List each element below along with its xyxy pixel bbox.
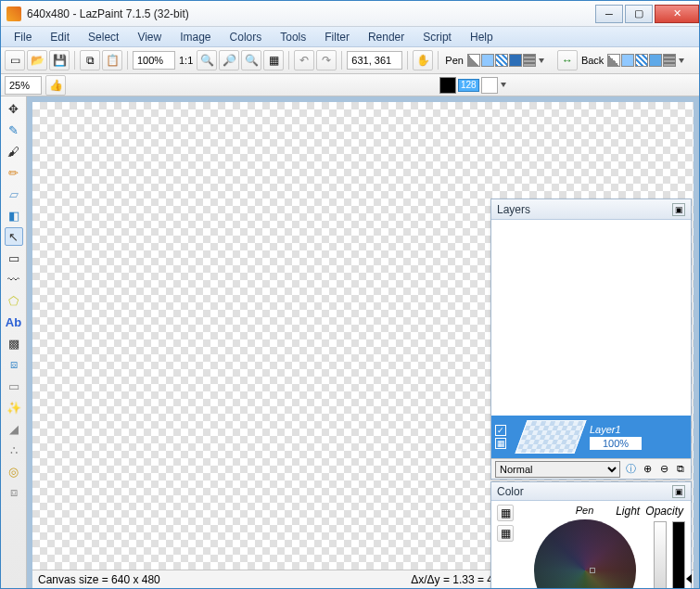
menu-help[interactable]: Help bbox=[463, 29, 501, 45]
zoom-field[interactable]: 100% bbox=[133, 51, 175, 70]
pen-swatch-checker[interactable] bbox=[495, 54, 508, 67]
shape-tool-icon[interactable]: ◎ bbox=[5, 462, 23, 480]
deform-tool-icon[interactable]: ▩ bbox=[5, 334, 23, 352]
menu-colors[interactable]: Colors bbox=[223, 29, 270, 45]
menu-tools[interactable]: Tools bbox=[273, 29, 313, 45]
pen-swatch-light[interactable] bbox=[481, 54, 494, 67]
lightness-slider[interactable] bbox=[654, 521, 667, 588]
back-swatch-checker[interactable] bbox=[635, 54, 648, 67]
zoom2-field[interactable]: 25% bbox=[5, 76, 42, 95]
zoom-tool-button[interactable]: 🔍 bbox=[241, 50, 261, 70]
layers-panel-title: Layers bbox=[497, 203, 530, 216]
layer-thumbnail bbox=[515, 420, 586, 454]
layers-list[interactable]: ✓ ▦ Layer1 100% bbox=[491, 220, 691, 458]
pointer-tool-icon[interactable]: ↖ bbox=[5, 227, 23, 246]
menu-render[interactable]: Render bbox=[361, 29, 412, 45]
menu-image[interactable]: Image bbox=[172, 29, 218, 45]
layer-lock-icon[interactable]: ▦ bbox=[495, 438, 506, 449]
hand-tool-button[interactable]: ✋ bbox=[413, 50, 433, 70]
magic-wand-tool-icon[interactable]: ✨ bbox=[5, 398, 23, 416]
move-tool-icon[interactable]: ✥ bbox=[5, 99, 23, 118]
save-button[interactable]: 💾 bbox=[49, 50, 70, 70]
layers-panel-close-icon[interactable]: ▣ bbox=[672, 203, 685, 216]
menu-file[interactable]: File bbox=[6, 29, 39, 45]
eyedropper-tool-icon[interactable]: ✎ bbox=[5, 121, 23, 139]
titlebar: 640x480 - LazPaint 7.1.5 (32-bit) ─ ▢ ✕ bbox=[1, 1, 699, 27]
copy-button[interactable]: ⧉ bbox=[80, 50, 100, 70]
back-color-label: Back bbox=[579, 55, 605, 66]
brush-tool-icon[interactable]: 🖌 bbox=[5, 142, 23, 160]
crop-tool-icon[interactable]: ⧈ bbox=[5, 483, 23, 502]
blend-mode-select[interactable]: Normal bbox=[495, 461, 620, 478]
zoom-in-button[interactable]: 🔍 bbox=[197, 50, 217, 70]
back-swatch-gradient-icon[interactable] bbox=[607, 54, 620, 67]
fill-tool-icon[interactable]: ◧ bbox=[5, 206, 23, 224]
zoom-fit-label[interactable]: 1:1 bbox=[177, 55, 195, 66]
color-picker-b-icon[interactable]: ▦ bbox=[497, 525, 514, 542]
pen-swatch-pattern[interactable] bbox=[523, 54, 536, 67]
pen-swatch-gradient-icon[interactable] bbox=[467, 54, 480, 67]
color-wheel-selector-icon[interactable] bbox=[590, 568, 595, 573]
grid-button[interactable]: ▦ bbox=[263, 50, 284, 70]
minimize-button[interactable]: ─ bbox=[595, 5, 623, 23]
zoom-out-button[interactable]: 🔎 bbox=[219, 50, 239, 70]
color-picker-a-icon[interactable]: ▦ bbox=[497, 505, 514, 521]
undo-button[interactable]: ↶ bbox=[294, 50, 314, 70]
color-panel-close-icon[interactable]: ▣ bbox=[672, 485, 685, 498]
color-opacity-label: Opacity bbox=[645, 505, 683, 518]
opacity-handle-icon[interactable] bbox=[686, 574, 692, 583]
menu-edit[interactable]: Edit bbox=[43, 29, 77, 45]
menu-filter[interactable]: Filter bbox=[317, 29, 357, 45]
open-button[interactable]: 📂 bbox=[27, 50, 47, 70]
back-swatch-light[interactable] bbox=[621, 54, 634, 67]
menu-view[interactable]: View bbox=[130, 29, 169, 45]
rect-tool-icon[interactable]: ▭ bbox=[5, 249, 23, 267]
gradient-tool-icon[interactable]: ◢ bbox=[5, 419, 23, 438]
cursor-coords: 631, 361 bbox=[347, 51, 402, 70]
polyline-tool-icon[interactable]: 〰 bbox=[5, 270, 23, 288]
polygon-tool-icon[interactable]: ⬠ bbox=[5, 291, 23, 310]
layer-row[interactable]: ✓ ▦ Layer1 100% bbox=[491, 416, 691, 458]
pensize-dropdown-icon[interactable] bbox=[501, 83, 506, 87]
layer-info-icon[interactable]: ⓘ bbox=[624, 463, 637, 476]
layer-add-icon[interactable]: ⊕ bbox=[641, 463, 654, 476]
clone-tool-icon[interactable]: ⧇ bbox=[5, 355, 23, 374]
pen-swatch-solid[interactable] bbox=[509, 54, 522, 67]
current-back-swatch[interactable] bbox=[481, 77, 498, 94]
layer-opacity[interactable]: 100% bbox=[590, 437, 642, 450]
thumbs-up-button[interactable]: 👍 bbox=[45, 75, 66, 96]
new-button[interactable]: ▭ bbox=[5, 50, 25, 70]
paste-button[interactable]: 📋 bbox=[102, 50, 122, 70]
back-dropdown-icon[interactable] bbox=[679, 58, 684, 63]
menu-script[interactable]: Script bbox=[415, 29, 459, 45]
status-aspect-ratio: Δx/Δy = 1.33 = 4/3 bbox=[411, 573, 503, 586]
pencil-tool-icon[interactable]: ✏ bbox=[5, 163, 23, 182]
text-tool-icon[interactable]: Ab bbox=[5, 313, 23, 331]
back-swatch-pattern[interactable] bbox=[663, 54, 676, 67]
pen-swatches[interactable] bbox=[467, 54, 536, 67]
color-panel: Color ▣ ▦ ▦ Pen Light Opacity bbox=[490, 481, 692, 588]
color-wheel[interactable] bbox=[534, 519, 636, 588]
app-icon bbox=[6, 6, 21, 21]
pen-size-field[interactable]: 128 bbox=[458, 79, 479, 92]
layer-merge-icon[interactable]: ⧉ bbox=[674, 463, 687, 476]
opacity-slider[interactable] bbox=[672, 521, 685, 588]
layers-panel: Layers ▣ ✓ ▦ Layer1 100% bbox=[490, 198, 692, 480]
menu-select[interactable]: Select bbox=[81, 29, 126, 45]
layer-remove-icon[interactable]: ⊖ bbox=[657, 463, 670, 476]
eraser-tool-icon[interactable]: ▱ bbox=[5, 185, 23, 203]
redo-button[interactable]: ↷ bbox=[316, 50, 337, 70]
swap-colors-button[interactable]: ↔ bbox=[557, 50, 578, 70]
back-swatch-solid[interactable] bbox=[649, 54, 662, 67]
layer-visible-icon[interactable]: ✓ bbox=[495, 425, 506, 436]
close-button[interactable]: ✕ bbox=[655, 5, 699, 23]
window-title: 640x480 - LazPaint 7.1.5 (32-bit) bbox=[27, 7, 593, 20]
pen-dropdown-icon[interactable] bbox=[539, 58, 544, 63]
selection-rect-tool-icon[interactable]: ▭ bbox=[5, 377, 23, 395]
back-swatches[interactable] bbox=[607, 54, 676, 67]
current-pen-swatch[interactable] bbox=[439, 77, 456, 94]
layer-name[interactable]: Layer1 bbox=[590, 424, 642, 435]
spray-tool-icon[interactable]: ∴ bbox=[5, 441, 23, 459]
maximize-button[interactable]: ▢ bbox=[625, 5, 653, 23]
status-canvas-size: Canvas size = 640 x 480 bbox=[38, 573, 160, 586]
